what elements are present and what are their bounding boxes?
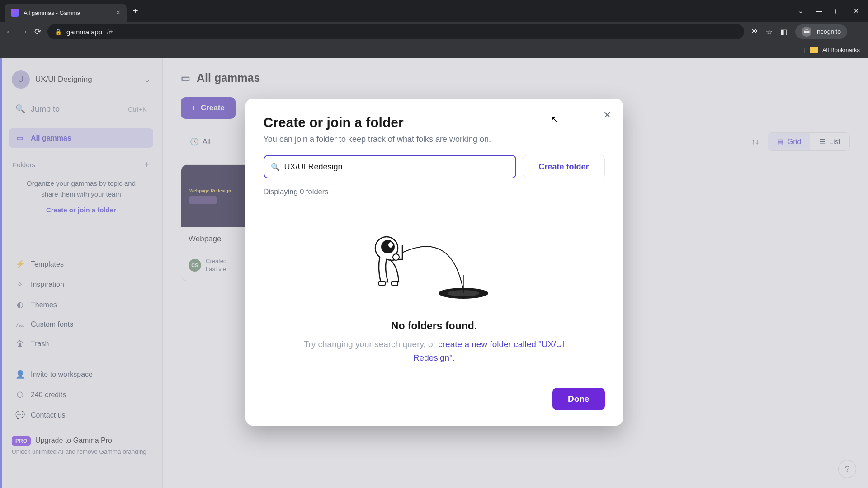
lock-icon: 🔒 xyxy=(55,28,62,35)
browser-menu-icon[interactable]: ⋮ xyxy=(855,28,863,36)
tab-close-icon[interactable]: × xyxy=(116,9,120,17)
browser-titlebar: All gammas - Gamma × + ⌄ — ▢ ✕ xyxy=(0,0,868,22)
app-content: U UX/UI Designing ⌄ 🔍 Jump to Ctrl+K ▭ A… xyxy=(0,58,868,488)
window-controls: ⌄ — ▢ ✕ xyxy=(798,7,863,14)
svg-rect-5 xyxy=(379,281,385,286)
empty-message: Try changing your search query, or creat… xyxy=(264,338,605,365)
svg-point-3 xyxy=(381,240,395,253)
url-path: /# xyxy=(107,28,113,36)
create-folder-dialog: ✕ Create or join a folder You can join a… xyxy=(245,99,623,426)
displaying-count: Displaying 0 folders xyxy=(264,188,605,196)
svg-point-7 xyxy=(393,254,399,260)
incognito-badge[interactable]: 🕶 Incognito xyxy=(795,24,847,39)
all-bookmarks-link[interactable]: All Bookmarks xyxy=(822,47,860,53)
new-tab-button[interactable]: + xyxy=(133,6,138,16)
tab-title: All gammas - Gamma xyxy=(24,9,80,16)
empty-prefix: Try changing your search query, or xyxy=(303,339,438,349)
url-domain: gamma.app xyxy=(66,28,102,36)
folder-search-input[interactable] xyxy=(264,155,517,178)
bookmarks-bar: | All Bookmarks xyxy=(0,42,868,58)
url-bar[interactable]: 🔒 gamma.app/# xyxy=(47,24,744,39)
extension-icon[interactable]: ◧ xyxy=(780,28,787,36)
bookmark-star-icon[interactable]: ☆ xyxy=(766,28,772,36)
browser-tab[interactable]: All gammas - Gamma × xyxy=(5,4,127,22)
incognito-icon: 🕶 xyxy=(802,27,811,37)
back-icon[interactable]: ← xyxy=(5,27,14,37)
done-button[interactable]: Done xyxy=(552,388,605,410)
close-window-icon[interactable]: ✕ xyxy=(854,7,859,14)
dialog-subtitle: You can join a folder to keep track of w… xyxy=(264,135,605,144)
forward-icon[interactable]: → xyxy=(20,27,28,37)
folder-icon xyxy=(810,47,818,53)
minimize-icon[interactable]: — xyxy=(816,7,822,14)
create-folder-button[interactable]: Create folder xyxy=(523,155,604,178)
svg-rect-6 xyxy=(392,281,398,286)
modal-overlay[interactable]: ✕ Create or join a folder You can join a… xyxy=(0,58,868,488)
empty-title: No folders found. xyxy=(264,320,605,332)
tab-dropdown-icon[interactable]: ⌄ xyxy=(798,7,803,14)
dialog-title: Create or join a folder xyxy=(264,115,605,130)
eye-off-icon[interactable]: 👁 xyxy=(750,28,758,36)
browser-toolbar: ← → ⟳ 🔒 gamma.app/# 👁 ☆ ◧ 🕶 Incognito ⋮ xyxy=(0,22,868,42)
svg-point-4 xyxy=(388,242,393,248)
astronaut-illustration xyxy=(362,223,506,305)
gamma-favicon xyxy=(11,9,19,17)
maximize-icon[interactable]: ▢ xyxy=(835,7,841,14)
empty-state: No folders found. Try changing your sear… xyxy=(264,223,605,365)
close-dialog-button[interactable]: ✕ xyxy=(603,109,611,121)
incognito-label: Incognito xyxy=(815,28,841,35)
reload-icon[interactable]: ⟳ xyxy=(34,27,41,37)
search-icon: 🔍 xyxy=(271,163,280,171)
